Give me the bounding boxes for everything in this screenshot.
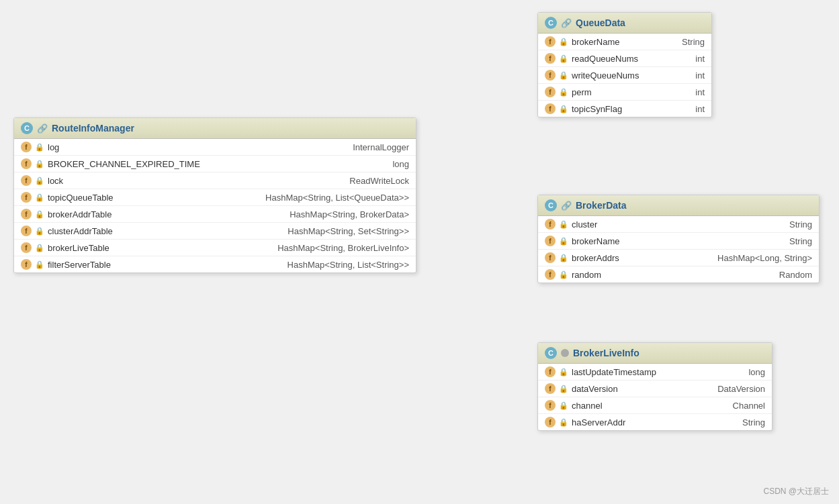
field-icon: f <box>21 225 32 236</box>
field-type: HashMap<String, List<QueueData>> <box>252 193 409 203</box>
lock-icon: 🔒 <box>559 237 568 246</box>
field-type: String <box>776 236 812 246</box>
field-name: lastUpdateTimestamp <box>572 367 656 377</box>
field-name: writeQueueNums <box>572 70 639 81</box>
field-icon: f <box>545 366 556 377</box>
field-icon: f <box>545 269 556 280</box>
class-icon: C <box>21 122 33 134</box>
field-type: long <box>735 367 765 377</box>
table-row: f 🔒 brokerName String <box>538 233 819 250</box>
table-row: f 🔒 perm int <box>538 84 711 101</box>
field-type: String <box>729 417 765 427</box>
class-title: BrokerData <box>576 200 626 211</box>
lock-icon: 🔒 <box>559 270 568 279</box>
field-icon: f <box>21 142 32 152</box>
field-icon: f <box>545 36 556 47</box>
field-type: ReadWriteLock <box>336 176 409 186</box>
field-name: random <box>572 270 601 280</box>
field-name: perm <box>572 87 592 97</box>
field-type: int <box>682 104 705 114</box>
field-name: readQueueNums <box>572 54 638 64</box>
class-title: BrokerLiveInfo <box>573 348 639 358</box>
field-name: brokerAddrTable <box>48 209 112 219</box>
queue-data-header: C 🔗 QueueData <box>538 13 711 34</box>
table-row: f 🔒 channel Channel <box>538 397 772 414</box>
field-name: topicSynFlag <box>572 104 622 114</box>
field-icon: f <box>545 383 556 394</box>
class-title: RouteInfoManager <box>52 123 134 134</box>
table-row: f 🔒 brokerAddrs HashMap<Long, String> <box>538 250 819 266</box>
class-icon: C <box>545 347 557 359</box>
class-icon: C <box>545 199 557 211</box>
table-row: f 🔒 brokerLiveTable HashMap<String, Brok… <box>14 240 416 256</box>
table-row: f 🔒 random Random <box>538 266 819 283</box>
field-type: HashMap<String, BrokerData> <box>276 209 409 219</box>
class-title: QueueData <box>576 17 625 28</box>
dot-icon <box>561 349 569 357</box>
field-icon: f <box>545 252 556 263</box>
field-name: brokerLiveTable <box>48 243 109 253</box>
field-name: dataVersion <box>572 384 618 394</box>
field-icon: f <box>21 158 32 169</box>
lock-icon: 🔒 <box>35 143 44 152</box>
lock-icon: 🔒 <box>559 54 568 63</box>
lock-icon: 🔒 <box>559 71 568 80</box>
field-type: long <box>379 159 409 169</box>
lock-icon: 🔒 <box>559 418 568 427</box>
table-row: f 🔒 dataVersion DataVersion <box>538 381 772 397</box>
watermark: CSDN @大迁居士 <box>763 486 829 497</box>
link-icon: 🔗 <box>561 201 572 211</box>
class-icon: C <box>545 17 557 29</box>
field-type: String <box>668 37 705 47</box>
broker-live-info-card: C BrokerLiveInfo f 🔒 lastUpdateTimestamp… <box>537 342 772 431</box>
lock-icon: 🔒 <box>559 38 568 46</box>
field-type: DataVersion <box>704 384 765 394</box>
table-row: f 🔒 brokerName String <box>538 34 711 50</box>
lock-icon: 🔒 <box>35 227 44 236</box>
lock-icon: 🔒 <box>35 193 44 202</box>
field-name: BROKER_CHANNEL_EXPIRED_TIME <box>48 159 200 169</box>
field-name: brokerAddrs <box>572 253 619 263</box>
field-icon: f <box>545 53 556 64</box>
lock-icon: 🔒 <box>559 105 568 113</box>
table-row: f 🔒 lock ReadWriteLock <box>14 172 416 189</box>
table-row: f 🔒 clusterAddrTable HashMap<String, Set… <box>14 223 416 240</box>
field-type: Random <box>766 270 812 280</box>
table-row: f 🔒 topicQueueTable HashMap<String, List… <box>14 189 416 206</box>
broker-data-header: C 🔗 BrokerData <box>538 195 819 216</box>
field-name: lock <box>48 176 63 186</box>
field-icon: f <box>21 259 32 270</box>
field-type: HashMap<Long, String> <box>704 253 812 263</box>
field-type: String <box>776 219 812 230</box>
table-row: f 🔒 haServerAddr String <box>538 414 772 430</box>
table-row: f 🔒 BROKER_CHANNEL_EXPIRED_TIME long <box>14 156 416 172</box>
table-row: f 🔒 brokerAddrTable HashMap<String, Brok… <box>14 206 416 223</box>
table-row: f 🔒 lastUpdateTimestamp long <box>538 364 772 381</box>
table-row: f 🔒 filterServerTable HashMap<String, Li… <box>14 256 416 272</box>
field-type: int <box>682 70 705 81</box>
field-icon: f <box>21 192 32 203</box>
table-row: f 🔒 writeQueueNums int <box>538 67 711 84</box>
field-icon: f <box>545 103 556 114</box>
route-info-manager-card: C 🔗 RouteInfoManager f 🔒 log InternalLog… <box>13 117 416 273</box>
lock-icon: 🔒 <box>35 260 44 269</box>
field-name: log <box>48 142 59 152</box>
queue-data-card: C 🔗 QueueData f 🔒 brokerName String f 🔒 … <box>537 12 712 117</box>
field-type: InternalLogger <box>339 142 409 152</box>
field-icon: f <box>545 70 556 81</box>
field-type: HashMap<String, BrokerLiveInfo> <box>264 243 409 253</box>
broker-live-info-header: C BrokerLiveInfo <box>538 343 772 364</box>
lock-icon: 🔒 <box>559 88 568 97</box>
field-icon: f <box>545 417 556 427</box>
lock-icon: 🔒 <box>559 254 568 262</box>
lock-icon: 🔒 <box>559 385 568 393</box>
table-row: f 🔒 cluster String <box>538 216 819 233</box>
table-row: f 🔒 topicSynFlag int <box>538 101 711 117</box>
field-name: haServerAddr <box>572 417 625 427</box>
field-name: channel <box>572 401 603 411</box>
lock-icon: 🔒 <box>559 368 568 376</box>
field-name: brokerName <box>572 37 620 47</box>
lock-icon: 🔒 <box>35 177 44 185</box>
table-row: f 🔒 readQueueNums int <box>538 50 711 67</box>
field-icon: f <box>545 219 556 230</box>
